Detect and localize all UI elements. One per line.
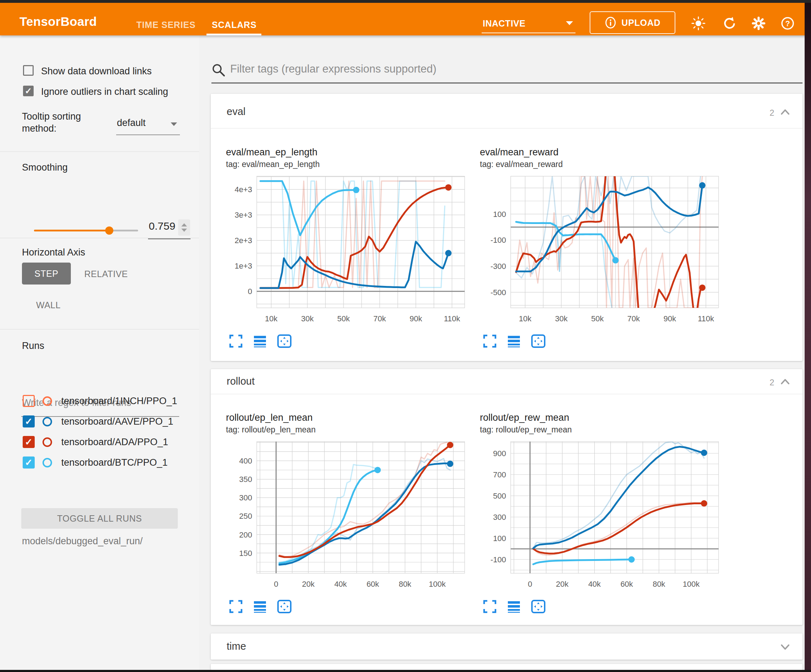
run-checkbox[interactable]: ✓ bbox=[23, 395, 35, 407]
svg-text:100k: 100k bbox=[429, 580, 446, 589]
haxis-step-button[interactable]: STEP bbox=[22, 262, 71, 284]
chevron-down-icon[interactable] bbox=[171, 122, 177, 126]
divider bbox=[0, 238, 199, 238]
ignore-outliers-checkbox[interactable]: ✓ bbox=[23, 86, 34, 96]
tooltip-sorting-label-line1: Tooltip sorting bbox=[22, 111, 81, 122]
svg-text:200: 200 bbox=[239, 530, 252, 539]
smoothing-value-underline bbox=[148, 239, 190, 239]
run-color-circle bbox=[42, 437, 52, 447]
search-icon bbox=[211, 63, 226, 77]
svg-text:-100: -100 bbox=[490, 555, 506, 564]
log-scale-icon[interactable] bbox=[507, 599, 521, 614]
fullscreen-icon[interactable] bbox=[229, 334, 243, 348]
svg-text:70k: 70k bbox=[627, 314, 640, 323]
line-chart[interactable]: 10k30k50k70k90k110k100-100-300-500 bbox=[477, 172, 725, 328]
smoothing-slider-knob[interactable] bbox=[105, 227, 113, 235]
svg-text:60k: 60k bbox=[366, 580, 379, 589]
svg-text:90k: 90k bbox=[663, 314, 676, 323]
run-checkbox[interactable]: ✓ bbox=[23, 457, 35, 469]
tooltip-select-underline bbox=[116, 134, 180, 135]
svg-text:10k: 10k bbox=[519, 314, 531, 323]
smoothing-value-input[interactable]: 0.759 bbox=[149, 220, 175, 232]
run-row-aave[interactable]: ✓ tensorboard/AAVE/PPO_1 bbox=[23, 413, 173, 430]
filter-tags-underline bbox=[211, 83, 803, 83]
chart-rollout-ep-rew-mean: rollout/ep_rew_mean tag: rollout/ep_rew_… bbox=[477, 412, 725, 614]
run-label: tensorboard/ADA/PPO_1 bbox=[61, 437, 168, 448]
upload-button[interactable]: UPLOAD bbox=[590, 11, 675, 34]
chevron-up-icon[interactable] bbox=[780, 108, 790, 117]
refresh-icon[interactable] bbox=[723, 16, 736, 30]
run-label: tensorboard/1INCH/PPO_1 bbox=[61, 396, 177, 406]
tooltip-sorting-label-line2: method: bbox=[22, 123, 57, 134]
svg-text:100: 100 bbox=[493, 534, 506, 543]
window-scrollbar-strip[interactable] bbox=[804, 0, 811, 672]
chevron-down-icon[interactable] bbox=[780, 643, 790, 651]
svg-text:300: 300 bbox=[239, 493, 252, 502]
svg-text:3e+3: 3e+3 bbox=[234, 210, 252, 219]
run-row-1inch[interactable]: ✓ tensorboard/1INCH/PPO_1 bbox=[23, 392, 177, 410]
svg-text:500: 500 bbox=[493, 491, 506, 500]
stepper-up-icon[interactable] bbox=[182, 223, 187, 227]
window-bottom-strip bbox=[0, 670, 811, 672]
chevron-down-icon[interactable] bbox=[566, 21, 573, 25]
filter-tags-input[interactable] bbox=[229, 62, 780, 76]
run-checkbox[interactable]: ✓ bbox=[23, 436, 35, 448]
section-card-partial bbox=[211, 664, 803, 670]
run-row-btc[interactable]: ✓ tensorboard/BTC/PPO_1 bbox=[23, 454, 168, 471]
run-label: tensorboard/AAVE/PPO_1 bbox=[61, 416, 173, 427]
haxis-wall-button[interactable]: WALL bbox=[36, 300, 61, 310]
chart-toolbar bbox=[483, 599, 725, 614]
svg-text:0: 0 bbox=[248, 287, 252, 296]
divider bbox=[211, 394, 803, 394]
section-title: eval bbox=[227, 106, 246, 117]
svg-text:50k: 50k bbox=[337, 314, 350, 323]
upload-label: UPLOAD bbox=[621, 18, 660, 28]
log-scale-icon[interactable] bbox=[507, 334, 521, 348]
svg-text:110k: 110k bbox=[698, 314, 714, 323]
tab-scalars[interactable]: SCALARS bbox=[212, 20, 256, 30]
tooltip-sorting-select[interactable]: default bbox=[117, 117, 146, 129]
haxis-relative-button[interactable]: RELATIVE bbox=[84, 269, 128, 279]
log-scale-icon[interactable] bbox=[253, 334, 267, 348]
run-checkbox[interactable]: ✓ bbox=[23, 415, 35, 427]
settings-icon[interactable] bbox=[752, 16, 766, 30]
chart-title: eval/mean_reward bbox=[480, 147, 725, 158]
fit-domain-icon[interactable] bbox=[277, 599, 292, 614]
svg-text:900: 900 bbox=[493, 449, 506, 458]
show-download-links-checkbox[interactable] bbox=[23, 65, 34, 76]
fullscreen-icon[interactable] bbox=[483, 334, 497, 348]
svg-text:-100: -100 bbox=[490, 236, 506, 245]
stepper-down-icon[interactable] bbox=[182, 229, 187, 232]
fit-domain-icon[interactable] bbox=[277, 334, 292, 348]
svg-text:60k: 60k bbox=[621, 580, 633, 589]
divider bbox=[0, 329, 199, 330]
chart-title: rollout/ep_rew_mean bbox=[480, 412, 725, 423]
run-label: tensorboard/BTC/PPO_1 bbox=[61, 457, 168, 468]
status-dropdown[interactable]: INACTIVE bbox=[483, 19, 526, 29]
line-chart[interactable]: 020k40k60k80k100k-100100300500700900 bbox=[477, 437, 725, 593]
run-row-ada[interactable]: ✓ tensorboard/ADA/PPO_1 bbox=[23, 433, 168, 451]
svg-text:?: ? bbox=[785, 19, 790, 28]
fullscreen-icon[interactable] bbox=[229, 599, 243, 614]
chart-eval-mean-ep-length: eval/mean_ep_length tag: eval/mean_ep_le… bbox=[223, 147, 471, 348]
svg-text:400: 400 bbox=[239, 457, 252, 465]
fit-domain-icon[interactable] bbox=[531, 599, 546, 614]
chart-eval-mean-reward: eval/mean_reward tag: eval/mean_reward 1… bbox=[477, 147, 725, 348]
brightness-icon[interactable] bbox=[691, 16, 706, 30]
fit-domain-icon[interactable] bbox=[531, 334, 546, 348]
line-chart[interactable]: 020k40k60k80k100k150200250300350400 bbox=[223, 437, 471, 593]
chart-title: rollout/ep_len_mean bbox=[226, 412, 471, 423]
fullscreen-icon[interactable] bbox=[483, 599, 497, 614]
runs-section-label: Runs bbox=[22, 340, 44, 351]
chevron-up-icon[interactable] bbox=[780, 377, 790, 386]
line-chart[interactable]: 10k30k50k70k90k110k01e+32e+33e+34e+3 bbox=[223, 172, 471, 328]
help-icon[interactable]: ? bbox=[780, 16, 795, 30]
tab-time-series[interactable]: TIME SERIES bbox=[136, 20, 195, 30]
smoothing-stepper[interactable] bbox=[178, 219, 190, 236]
log-scale-icon[interactable] bbox=[253, 599, 267, 614]
svg-text:0: 0 bbox=[274, 580, 278, 589]
show-download-links-label: Show data download links bbox=[41, 66, 151, 77]
svg-text:150: 150 bbox=[239, 549, 252, 558]
toggle-all-runs-button[interactable]: TOGGLE ALL RUNS bbox=[21, 508, 178, 529]
svg-text:700: 700 bbox=[493, 470, 506, 479]
